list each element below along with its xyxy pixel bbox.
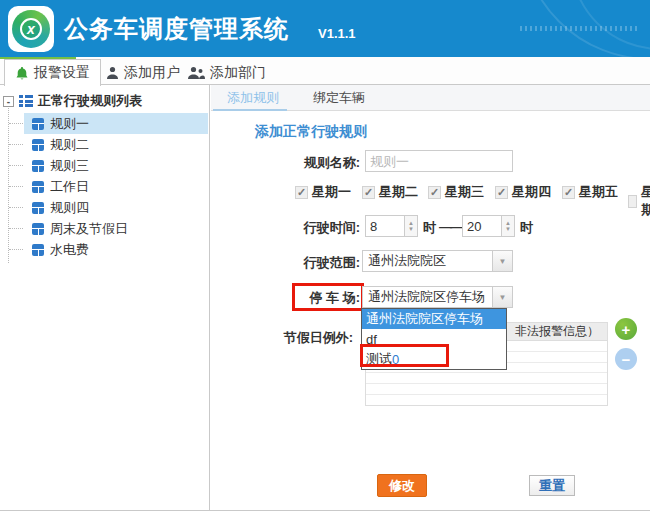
tab-bind-vehicle[interactable]: 绑定车辆 [299,85,379,111]
tree-root-label: 正常行驶规则列表 [38,92,142,110]
minus-icon: − [622,352,631,367]
spinner-down-icon[interactable]: ▼ [505,226,511,232]
checkbox-checked-icon[interactable]: ✓ [495,186,508,199]
parking-select[interactable]: 通州法院院区停车场 ▼ [362,286,513,308]
tree-connector-line [8,103,9,263]
rule-cube-icon [32,223,44,235]
option-label: 通州法院院区停车场 [366,310,483,328]
dropdown-option-parking-1[interactable]: 通州法院院区停车场 [362,309,506,329]
checkbox-unchecked-icon[interactable] [628,195,637,208]
sidebar-item-rule-3[interactable]: 规则三 [24,155,208,176]
drive-range-select[interactable]: 通州法院院区 ▼ [362,250,513,272]
weekday-checkbox-sat[interactable]: 星期 [628,183,650,219]
weekday-label: 星期四 [512,183,551,201]
drive-range-label: 行驶范围: [304,254,360,272]
main-content: 添加规则 绑定车辆 添加正常行驶规则 规则名称: ✓ 星期一 ✓ 星期二 ✓ 星… [211,85,650,511]
user-icon [106,66,119,80]
tree-item-label: 规则一 [50,115,89,133]
app-header: x 公务车调度管理系统 V1.1.1 [0,0,650,57]
tab-label: 添加规则 [227,89,279,107]
reset-button[interactable]: 重置 [529,475,575,496]
add-exception-button[interactable]: + [615,318,637,340]
option-label-suffix: 0 [392,352,399,367]
hour-unit-label: 时 [423,219,436,237]
tab-add-rule[interactable]: 添加规则 [213,85,293,111]
users-icon [188,66,205,80]
select-value: 通州法院院区停车场 [368,288,485,306]
checkbox-checked-icon[interactable]: ✓ [562,186,575,199]
drive-time-from-input[interactable] [365,215,405,237]
modify-button-label: 修改 [389,477,415,495]
remove-exception-button[interactable]: − [615,348,637,370]
parking-dropdown-list: 通州法院院区停车场 df 测试 0 [361,308,507,370]
list-item [366,384,607,395]
tree-item-label: 周末及节假日 [50,220,128,238]
weekday-label: 星期三 [445,183,484,201]
modify-button[interactable]: 修改 [377,474,427,497]
select-value: 通州法院院区 [368,252,446,270]
rule-name-input[interactable] [365,150,513,172]
dropdown-option-parking-3[interactable]: 测试 0 [362,349,506,369]
weekday-label: 星期 [641,183,650,219]
toolbar-tab-add-department[interactable]: 添加部门 [178,59,276,86]
sidebar-item-rule-1[interactable]: 规则一 [24,113,208,134]
weekday-checkbox-tue[interactable]: ✓ 星期二 [362,183,418,201]
tree-root-rules-list[interactable]: - 正常行驶规则列表 [3,92,142,110]
sidebar-item-weekend-holiday[interactable]: 周末及节假日 [24,218,208,239]
rule-cube-icon [32,202,44,214]
main-toolbar: 报警设置 添加用户 添加部门 [0,57,650,85]
tree-item-label: 水电费 [50,241,89,259]
plus-icon: + [622,322,631,337]
weekday-checkbox-wed[interactable]: ✓ 星期三 [428,183,484,201]
rule-cube-icon [32,244,44,256]
tree-connector-stub [9,123,23,124]
rules-sidebar: - 正常行驶规则列表 规则一 规则二 规则三 工作日 规则四 [0,85,210,511]
dropdown-option-parking-2[interactable]: df [362,329,506,349]
weekday-checkbox-thu[interactable]: ✓ 星期四 [495,183,551,201]
checkbox-checked-icon[interactable]: ✓ [362,186,375,199]
chevron-down-icon[interactable]: ▼ [492,251,512,271]
sidebar-item-rule-2[interactable]: 规则二 [24,134,208,155]
list-item [366,373,607,384]
logo-swirl-icon: x [12,10,50,48]
hour-unit-label: 时 [520,219,533,237]
collapse-icon[interactable]: - [3,96,14,107]
rule-cube-icon [32,118,44,130]
sidebar-item-workday[interactable]: 工作日 [24,176,208,197]
sidebar-item-utility[interactable]: 水电费 [24,239,208,260]
app-title: 公务车调度管理系统 [64,13,289,45]
tab-label: 绑定车辆 [313,89,365,107]
logo-letter: x [20,18,42,40]
option-label: df [366,332,377,347]
app-logo: x [8,6,54,52]
toolbar-tab-add-user[interactable]: 添加用户 [96,59,190,86]
tree-connector-stub [9,228,23,229]
option-label: 测试 [366,350,392,368]
toolbar-accent-line [0,57,76,59]
weekday-checkbox-fri[interactable]: ✓ 星期五 [562,183,618,201]
tree-item-label: 规则四 [50,199,89,217]
rules-list-icon [19,95,33,107]
checkbox-checked-icon[interactable]: ✓ [428,186,441,199]
tree-item-label: 规则三 [50,157,89,175]
tree-item-label: 规则二 [50,136,89,154]
active-tab-underline [213,109,287,111]
chevron-down-icon[interactable]: ▼ [492,287,512,307]
tree-connector-stub [9,249,23,250]
weekday-checkbox-mon[interactable]: ✓ 星期一 [295,183,351,201]
drive-time-from-stepper[interactable]: ▲ ▼ [405,215,418,237]
holiday-exception-label: 节假日例外: [284,329,353,347]
rule-name-label: 规则名称: [304,154,360,172]
spinner-down-icon[interactable]: ▼ [408,226,414,232]
tree-connector-stub [9,144,23,145]
checkbox-checked-icon[interactable]: ✓ [295,186,308,199]
drive-time-to-input[interactable] [462,215,502,237]
toolbar-tab-alarm-settings[interactable]: 报警设置 [4,59,101,86]
list-item [366,395,607,406]
rule-cube-icon [32,160,44,172]
toolbar-tab-label: 报警设置 [34,64,90,82]
parking-label: 停 车 场: [309,289,360,307]
sidebar-item-rule-4[interactable]: 规则四 [24,197,208,218]
app-version: V1.1.1 [318,26,356,41]
drive-time-to-stepper[interactable]: ▲ ▼ [502,215,515,237]
